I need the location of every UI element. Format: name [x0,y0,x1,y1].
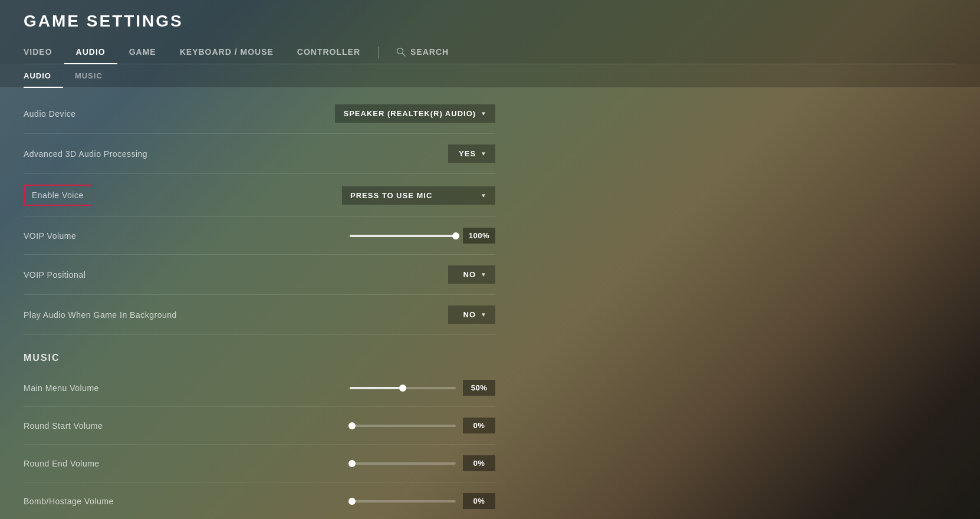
music-section-header: Music [24,335,495,369]
setting-row-round-start-volume: Round Start Volume 0% [24,407,495,445]
round-end-volume-thumb[interactable] [348,460,356,467]
sub-tab-music[interactable]: Music [75,64,114,87]
setting-row-round-end-volume: Round End Volume 0% [24,445,495,482]
chevron-down-icon: ▼ [481,150,487,157]
voip-positional-dropdown[interactable]: NO ▼ [448,265,495,284]
main-menu-volume-value: 50% [463,380,495,396]
setting-row-main-menu-volume: Main Menu Volume 50% [24,369,495,407]
enable-voice-dropdown[interactable]: PRESS TO USE MIC ▼ [342,186,495,205]
audio-settings-section: Audio Device SPEAKER (REALTEK(R) AUDIO) … [24,94,495,519]
setting-row-voip-volume: VOIP Volume 100% [24,217,495,255]
chevron-down-icon: ▼ [481,311,487,318]
voip-volume-slider-control: 100% [350,228,495,244]
search-icon [396,47,406,57]
header: GAME SETTINGS Video Audio Game Keyboard … [0,0,980,64]
tab-controller[interactable]: Controller [285,41,372,64]
audio-device-dropdown[interactable]: SPEAKER (REALTEK(R) AUDIO) ▼ [335,104,495,123]
enable-voice-label: Enable Voice [24,185,92,206]
sub-nav: Audio Music [0,64,980,88]
main-menu-volume-slider[interactable] [350,387,456,389]
setting-row-audio-device: Audio Device SPEAKER (REALTEK(R) AUDIO) … [24,94,495,134]
sub-tab-audio[interactable]: Audio [24,64,63,87]
chevron-down-icon: ▼ [481,192,487,199]
tab-audio[interactable]: Audio [64,41,117,64]
voip-volume-fill [350,235,456,237]
tab-keyboard-mouse[interactable]: Keyboard / Mouse [168,41,285,64]
round-end-volume-slider[interactable] [350,462,456,465]
setting-row-advanced-3d-audio: Advanced 3D Audio Processing YES ▼ [24,134,495,174]
audio-device-value: SPEAKER (REALTEK(R) AUDIO) [343,109,476,118]
round-end-volume-value: 0% [463,455,495,471]
play-audio-background-dropdown[interactable]: NO ▼ [448,306,495,324]
setting-row-voip-positional: VOIP Positional NO ▼ [24,255,495,295]
round-start-volume-label: Round Start Volume [24,421,103,431]
main-menu-volume-label: Main Menu Volume [24,383,99,393]
voip-positional-label: VOIP Positional [24,270,85,280]
voip-volume-value: 100% [463,228,495,244]
top-nav: Video Audio Game Keyboard / Mouse Contro… [24,41,956,64]
search-label: Search [410,47,449,57]
bomb-hostage-volume-slider-control: 0% [350,493,495,509]
round-start-volume-slider-control: 0% [350,418,495,433]
round-end-volume-label: Round End Volume [24,459,100,468]
tab-video[interactable]: Video [24,41,64,64]
chevron-down-icon: ▼ [481,110,487,117]
content-area: Audio Device SPEAKER (REALTEK(R) AUDIO) … [0,88,980,519]
bomb-hostage-volume-value: 0% [463,493,495,509]
voip-positional-value: NO [463,270,476,279]
round-end-volume-slider-control: 0% [350,455,495,471]
enable-voice-value: PRESS TO USE MIC [350,191,432,200]
bomb-hostage-volume-label: Bomb/Hostage Volume [24,497,114,506]
main-menu-volume-thumb[interactable] [399,385,406,392]
page-title: GAME SETTINGS [24,12,956,31]
main-menu-volume-slider-control: 50% [350,380,495,396]
play-audio-background-value: NO [463,310,476,319]
advanced-3d-audio-label: Advanced 3D Audio Processing [24,149,147,159]
main-menu-volume-fill [350,387,403,389]
setting-row-play-audio-background: Play Audio When Game In Background NO ▼ [24,295,495,335]
audio-device-label: Audio Device [24,109,76,119]
svg-line-1 [403,54,406,57]
round-start-volume-thumb[interactable] [348,422,356,429]
chevron-down-icon: ▼ [481,271,487,278]
play-audio-background-label: Play Audio When Game In Background [24,310,177,320]
bomb-hostage-volume-slider[interactable] [350,500,456,502]
setting-row-enable-voice: Enable Voice PRESS TO USE MIC ▼ [24,174,495,217]
nav-divider [378,47,379,58]
round-start-volume-slider[interactable] [350,425,456,427]
advanced-3d-audio-dropdown[interactable]: YES ▼ [448,144,495,163]
voip-volume-thumb[interactable] [452,232,459,239]
advanced-3d-audio-value: YES [459,149,476,158]
round-start-volume-value: 0% [463,418,495,433]
voip-volume-slider[interactable] [350,235,456,237]
setting-row-bomb-hostage-volume: Bomb/Hostage Volume 0% [24,482,495,519]
bomb-hostage-volume-thumb[interactable] [348,498,356,505]
search-button[interactable]: Search [384,41,461,64]
voip-volume-label: VOIP Volume [24,231,76,241]
tab-game[interactable]: Game [117,41,168,64]
